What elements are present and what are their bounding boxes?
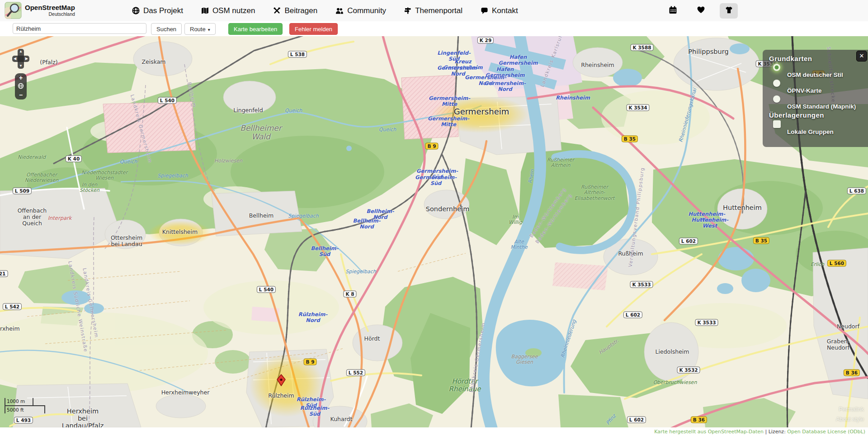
attribution-separator: | Lizenz: — [764, 429, 787, 435]
road-badge: B 36 — [844, 370, 860, 376]
road-badge: L 538 — [288, 51, 307, 58]
heart-button[interactable] — [692, 3, 710, 19]
pan-up-button[interactable]: ▲ — [19, 50, 23, 53]
search-result-marker[interactable] — [275, 374, 287, 389]
scale-control: 1000 m 5000 ft — [5, 398, 45, 413]
caret-down-icon: ▾ — [208, 27, 210, 32]
route-dropdown-button[interactable]: Route▾ — [184, 23, 216, 35]
radio-icon[interactable] — [773, 80, 780, 87]
nav-item-label: Das Projekt — [143, 6, 183, 15]
tools-icon — [273, 7, 281, 14]
zoom-out-button[interactable]: − — [19, 92, 23, 98]
pan-left-button[interactable]: ◀ — [14, 57, 16, 61]
nav-item-label: OSM nutzen — [212, 6, 255, 15]
radio-selected-icon[interactable] — [773, 64, 780, 71]
search-input[interactable] — [13, 23, 146, 34]
report-error-button[interactable]: Fehler melden — [289, 23, 338, 35]
layers-panel: ✕ Grundkarten OSM deutscher StilÖPNV-Kar… — [763, 50, 868, 147]
attribution-bar: Karte hergestellt aus OpenStreetMap-Date… — [0, 427, 868, 436]
nav-item-kontakt[interactable]: Kontakt — [481, 6, 518, 15]
checkbox-icon[interactable] — [773, 120, 781, 128]
basemap-option-label[interactable]: ÖPNV-Karte — [787, 87, 863, 94]
road-badge: K 29 — [477, 37, 494, 44]
basemap-option-label[interactable]: OSM Standard (Mapnik) — [787, 103, 863, 110]
road-badge: L 542 — [3, 303, 22, 310]
brand-text: OpenStreetMap Deutschland — [25, 4, 75, 17]
road-badge: L 602 — [679, 238, 698, 245]
osm-data-link[interactable]: OpenStreetMap-Daten — [708, 429, 764, 435]
osm-logo-icon — [5, 2, 22, 19]
search-highlight — [432, 96, 529, 133]
road-badge: B 35 — [753, 237, 769, 244]
road-badge: K 3588 — [630, 44, 653, 51]
permalink-link[interactable]: Permalink — [836, 404, 864, 414]
odbl-license-link[interactable]: Open Database License (ODbL) — [787, 429, 865, 435]
map-canvas[interactable]: (Pfalz)ZeiskamRheinsheimPhilippsburgGerm… — [0, 36, 868, 427]
nav-item-osm-nutzen[interactable]: OSM nutzen — [201, 6, 255, 15]
nav-item-label: Kontakt — [492, 6, 518, 15]
overlay-option-label[interactable]: Lokale Gruppen — [787, 128, 863, 135]
nav-item-community[interactable]: Community — [335, 6, 386, 15]
overlay-options: Lokale Gruppen — [769, 120, 863, 135]
road-badge: B 9 — [425, 143, 439, 150]
road-badge: L 493 — [14, 417, 33, 424]
road-badge: L 552 — [346, 370, 365, 376]
search-toolbar: Suchen Route▾ Karte bearbeiten Fehler me… — [0, 21, 868, 36]
nav-item-das-projekt[interactable]: Das Projekt — [132, 6, 183, 15]
top-navbar: OpenStreetMap Deutschland Das ProjektOSM… — [0, 0, 868, 22]
signpost-icon — [404, 7, 411, 14]
road-badge: K 3534 — [626, 104, 649, 111]
nav-item-label: Themenportal — [415, 6, 462, 15]
zoom-control: + − — [15, 73, 27, 100]
brand-home-link[interactable]: OpenStreetMap Deutschland — [5, 2, 75, 19]
nav-item-themenportal[interactable]: Themenportal — [404, 6, 462, 15]
road-badge: L 540 — [257, 286, 276, 293]
basemap-option-osm-standard-mapnik[interactable]: OSM Standard (Mapnik) — [769, 95, 863, 110]
nav-icon-buttons — [664, 0, 738, 21]
tshirt-icon — [725, 6, 733, 16]
road-badge: K 8 — [343, 291, 356, 298]
pan-down-button[interactable]: ▼ — [19, 64, 23, 68]
heart-icon — [697, 6, 705, 15]
nav-item-label: Community — [347, 6, 386, 15]
tshirt-button[interactable] — [720, 3, 738, 19]
main-nav: Das ProjektOSM nutzenBeitragenCommunityT… — [132, 0, 518, 21]
road-badge: 21 — [0, 270, 8, 277]
calendar-button[interactable] — [664, 3, 682, 19]
road-badge: B 35 — [622, 136, 638, 142]
radio-icon[interactable] — [773, 95, 780, 103]
road-badge: B 9 — [304, 359, 317, 365]
attribution-prefix: Karte hergestellt aus — [654, 429, 706, 435]
road-badge: K 3533 — [630, 281, 653, 288]
road-badge: L 602 — [627, 417, 646, 423]
openstreetmap-de-app: OpenStreetMap Deutschland Das ProjektOSM… — [0, 0, 868, 436]
pan-control: ▲ ▼ ◀ ▶ — [15, 49, 27, 69]
close-icon[interactable]: ✕ — [856, 51, 867, 62]
globe-icon — [132, 7, 140, 14]
about-style-link[interactable]: About style — [836, 414, 864, 424]
basemap-option-osm-deutscher-stil[interactable]: OSM deutscher Stil — [769, 64, 863, 78]
globe-icon[interactable] — [18, 83, 24, 90]
basemap-option-pnv-karte[interactable]: ÖPNV-Karte — [769, 80, 863, 94]
map-icon — [201, 7, 209, 14]
road-badge: L 560 — [827, 260, 846, 267]
search-highlight — [148, 221, 212, 246]
map-links: Permalink About style — [836, 404, 864, 424]
basemap-options: OSM deutscher StilÖPNV-KarteOSM Standard… — [769, 64, 863, 110]
route-label: Route — [190, 26, 206, 33]
overlay-option-lokale-gruppen[interactable]: Lokale Gruppen — [769, 120, 863, 135]
edit-map-button[interactable]: Karte bearbeiten — [228, 23, 283, 35]
road-badge: K 40 — [66, 156, 82, 162]
road-badge: B 36 — [691, 417, 707, 423]
pan-right-button[interactable]: ▶ — [25, 57, 28, 61]
road-badge: K 3533 — [695, 319, 718, 326]
overlays-title: Überlagerungen — [769, 111, 863, 119]
chat-icon — [481, 7, 488, 14]
basemap-option-label[interactable]: OSM deutscher Stil — [787, 71, 863, 78]
search-button[interactable]: Suchen — [151, 23, 182, 35]
nav-item-label: Beitragen — [284, 6, 317, 15]
nav-item-beitragen[interactable]: Beitragen — [273, 6, 317, 15]
road-badge: K 3532 — [677, 367, 700, 374]
basemaps-title: Grundkarten — [769, 55, 863, 62]
zoom-in-button[interactable]: + — [19, 75, 23, 81]
